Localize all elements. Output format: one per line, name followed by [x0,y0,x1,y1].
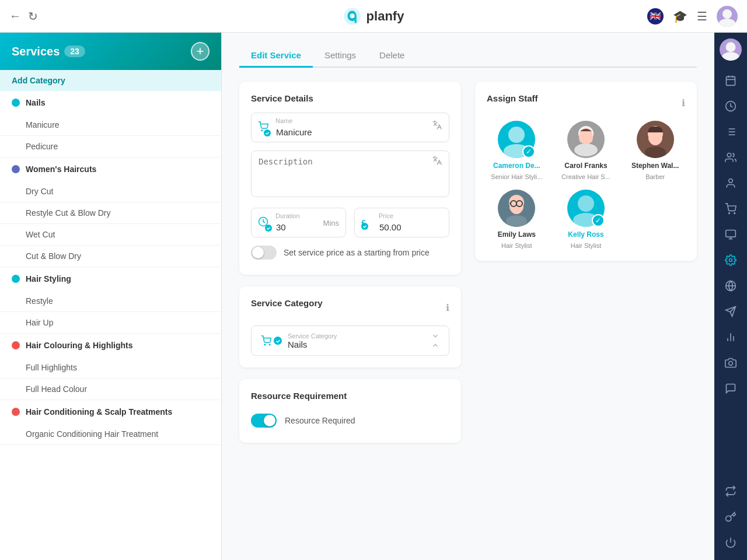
staff-card-cameron[interactable]: ✓ Cameron De... Senior Hair Styli... [487,121,547,180]
add-category-bar[interactable]: Add Category [0,70,221,91]
description-translate-icon[interactable] [432,155,442,168]
service-category-select[interactable]: Service Category Nails [251,326,449,356]
left-sidebar: Services 23 + Add Category Nails Manicur… [0,33,222,560]
svg-rect-26 [727,76,735,85]
tab-settings[interactable]: Settings [313,44,368,68]
svg-point-38 [729,179,733,183]
nav-resource-icon[interactable] [719,223,742,246]
service-cut-blow[interactable]: Cut & Blow Dry [0,246,221,267]
category-nails[interactable]: Nails [0,91,221,114]
nav-users-icon[interactable] [719,146,742,169]
two-col-layout: Service Details Name [239,82,697,443]
category-dot-colouring [12,341,20,349]
user-avatar-top[interactable] [717,6,738,27]
svg-point-40 [734,213,735,214]
staff-card-stephen[interactable]: Stephen Wal... Barber [625,121,685,180]
staff-avatar-wrap-stephen [637,121,674,158]
service-category-header: Service Category ℹ [251,298,449,317]
category-womens-haircuts[interactable]: Women's Haircuts [0,158,221,181]
category-label-nails: Nails [26,98,45,107]
nav-cart-icon[interactable] [719,197,742,220]
grad-icon-button[interactable]: 🎓 [673,9,687,23]
tab-delete[interactable]: Delete [368,44,416,68]
price-input[interactable] [354,208,449,237]
top-nav: ← ↻ planfy 🇬🇧 🎓 ☰ [0,0,747,33]
staff-role-cameron: Senior Hair Styli... [491,173,542,180]
service-hair-up[interactable]: Hair Up [0,312,221,334]
staff-role-kelly: Hair Stylist [571,242,602,249]
service-full-head-colour[interactable]: Full Head Colour [0,379,221,400]
nav-gear-icon[interactable] [719,249,742,272]
service-category-title: Service Category [251,298,323,308]
price-label: Price [379,212,393,219]
back-button[interactable]: ← [9,9,21,23]
nav-globe-icon[interactable] [719,274,742,298]
category-dot-womens [12,165,20,173]
service-category-select-inner[interactable]: Service Category Nails [251,326,449,356]
staff-card-emily[interactable]: Emily Laws Hair Stylist [487,190,547,249]
assign-staff-title: Assign Staff [487,93,538,103]
sidebar-title-group: Services 23 [12,45,85,58]
nav-power-icon[interactable] [719,531,742,554]
nav-right: 🇬🇧 🎓 ☰ [647,6,738,27]
category-hair-conditioning[interactable]: Hair Conditioning & Scalp Treatments [0,400,221,424]
category-dot-conditioning [12,408,20,416]
staff-card-carol[interactable]: Carol Franks Creative Hair S... [556,121,616,180]
staff-avatar-wrap-cameron: ✓ [498,121,535,158]
staff-role-carol: Creative Hair S... [561,173,610,180]
nav-calendar-icon[interactable] [719,69,742,92]
staff-avatar-stephen [637,121,674,158]
resource-requirement-card: Resource Requirement Resource Required [239,379,461,443]
name-field-group: Name [251,113,449,142]
staff-name-cameron: Cameron De... [493,162,540,170]
service-full-highlights[interactable]: Full Highlights [0,357,221,379]
nav-list-icon[interactable] [719,120,742,144]
service-category-info-icon[interactable]: ℹ [446,302,449,313]
user-avatar-sidebar[interactable] [720,38,742,61]
svg-point-24 [726,42,736,52]
nav-chat-icon[interactable] [719,377,742,400]
category-select-sublabel: Service Category [288,332,425,340]
select-arrow-icon [431,332,439,349]
resource-toggle[interactable] [251,414,277,428]
description-field-group [251,150,449,200]
logo-icon [343,7,362,26]
staff-role-stephen: Barber [645,173,665,180]
service-dry-cut[interactable]: Dry Cut [0,181,221,202]
starting-from-toggle[interactable] [251,246,277,260]
sidebar-header: Services 23 + [0,33,221,70]
resource-toggle-row[interactable]: Resource Required [251,410,449,431]
staff-avatar-carol [567,121,605,158]
category-hair-styling[interactable]: Hair Styling [0,267,221,290]
add-service-button[interactable]: + [191,42,210,61]
service-manicure[interactable]: Manicure [0,114,221,136]
refresh-button[interactable]: ↻ [28,9,38,23]
category-hair-colouring[interactable]: Hair Colouring & Highlights [0,334,221,357]
nav-camera-icon[interactable] [719,351,742,374]
service-organic-conditioning[interactable]: Organic Conditioning Hair Treatment [0,424,221,445]
staff-card-kelly[interactable]: ✓ Kelly Ross Hair Stylist [556,190,616,249]
nav-send-icon[interactable] [719,300,742,323]
nav-key-icon[interactable] [719,505,742,528]
language-flag[interactable]: 🇬🇧 [647,8,664,24]
assign-staff-card: Assign Staff ℹ ✓ Cameron D [475,82,697,261]
category-label-conditioning: Hair Conditioning & Scalp Treatments [26,407,172,416]
tabs: Edit Service Settings Delete [239,44,697,68]
service-pedicure[interactable]: Pedicure [0,136,221,158]
assign-staff-info-icon[interactable]: ℹ [682,97,685,108]
translate-icon[interactable] [432,120,442,132]
nav-chart-icon[interactable] [719,326,742,349]
nav-person-icon[interactable] [719,172,742,195]
svg-point-39 [729,213,730,214]
nav-clock-icon[interactable] [719,94,742,118]
content-area: Edit Service Settings Delete Service Det… [222,33,714,560]
service-wet-cut[interactable]: Wet Cut [0,224,221,246]
tab-edit-service[interactable]: Edit Service [239,44,313,68]
resource-requirement-title: Resource Requirement [251,391,449,401]
nav-arrows-icon[interactable] [719,480,742,503]
service-restyle[interactable]: Restyle [0,290,221,312]
hamburger-button[interactable]: ☰ [697,9,707,23]
category-select-value: Nails [288,340,425,349]
description-input[interactable] [251,150,449,197]
service-restyle-cut[interactable]: Restyle Cut & Blow Dry [0,202,221,224]
